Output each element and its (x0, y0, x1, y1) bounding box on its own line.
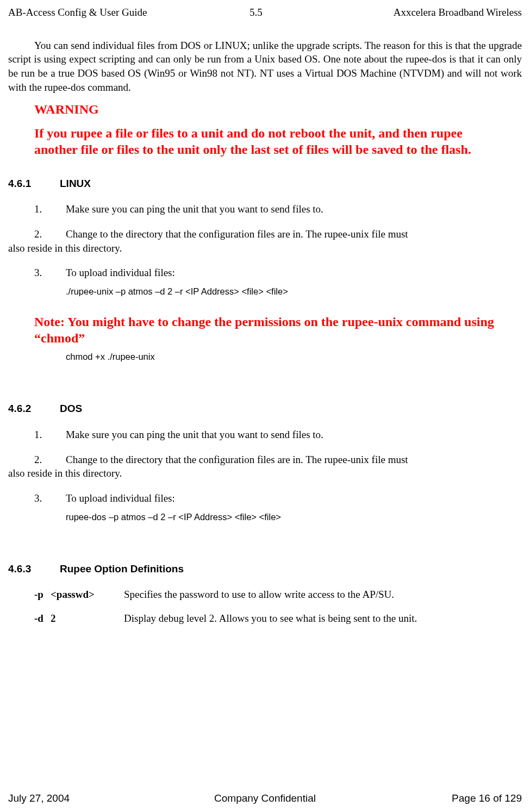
list-item: 1.Make sure you can ping the unit that y… (34, 202, 522, 216)
option-flag: -d (34, 611, 51, 626)
section-4-6-1-heading: 4.6.1LINUX (8, 177, 522, 191)
list-item: 2.Change to the directory that the confi… (8, 227, 522, 255)
list-item: 1.Make sure you can ping the unit that y… (34, 428, 522, 442)
list-item: 2.Change to the directory that the confi… (8, 453, 522, 480)
code-command: ./rupee-unix –p atmos –d 2 –r <IP Addres… (66, 285, 522, 297)
intro-paragraph: You can send individual files from DOS o… (8, 39, 522, 95)
list-text: To upload individual files: (66, 492, 175, 504)
page-footer: July 27, 2004 Company Confidential Page … (8, 791, 522, 805)
list-number: 2. (34, 453, 66, 467)
list-number: 3. (34, 491, 66, 505)
list-continuation: also reside in this directory. (8, 466, 522, 480)
header-doc-title: AB-Access Config & User Guide (8, 5, 147, 20)
list-text: To upload individual files: (66, 267, 175, 278)
option-desc: Specifies the password to use to allow w… (124, 588, 522, 602)
list-item: 3.To upload individual files: (34, 266, 522, 280)
footer-date: July 27, 2004 (8, 791, 70, 805)
option-row: -d 2 Display debug level 2. Allows you t… (34, 611, 522, 626)
warning-body: If you rupee a file or files to a unit a… (34, 125, 484, 158)
list-number: 2. (34, 227, 66, 241)
footer-page-number: Page 16 of 129 (452, 791, 522, 805)
section-number: 4.6.2 (8, 402, 60, 416)
option-desc: Display debug level 2. Allows you to see… (124, 611, 522, 626)
list-number: 1. (34, 428, 66, 442)
section-title: DOS (60, 403, 82, 414)
option-flag: -p (34, 588, 51, 602)
option-arg: 2 (51, 611, 124, 626)
code-command: chmod +x ./rupee-unix (66, 351, 522, 363)
footer-confidential: Company Confidential (214, 791, 316, 805)
list-number: 3. (34, 266, 66, 280)
section-4-6-2-heading: 4.6.2DOS (8, 402, 522, 416)
section-number: 4.6.3 (8, 562, 60, 576)
list-text: Make sure you can ping the unit that you… (66, 203, 323, 215)
list-number: 1. (34, 202, 66, 216)
warning-title: WARNING (34, 101, 522, 118)
list-text: Change to the directory that the configu… (66, 454, 408, 465)
note-chmod: Note: You might have to change the permi… (34, 314, 511, 346)
page-header: AB-Access Config & User Guide 5.5 Axxcel… (8, 0, 522, 39)
code-command: rupee-dos –p atmos –d 2 –r <IP Address> … (66, 511, 522, 523)
option-row: -p <passwd> Specifies the password to us… (34, 588, 522, 602)
header-company: Axxcelera Broadband Wireless (394, 5, 522, 20)
option-arg: <passwd> (51, 588, 124, 602)
section-title: LINUX (60, 178, 91, 189)
list-text: Make sure you can ping the unit that you… (66, 429, 323, 440)
header-version: 5.5 (250, 5, 263, 20)
list-item: 3.To upload individual files: (34, 491, 522, 505)
section-title: Rupee Option Definitions (60, 563, 184, 574)
section-number: 4.6.1 (8, 177, 60, 191)
list-text: Change to the directory that the configu… (66, 228, 408, 240)
list-continuation: also reside in this directory. (8, 241, 522, 255)
section-4-6-3-heading: 4.6.3Rupee Option Definitions (8, 562, 522, 576)
